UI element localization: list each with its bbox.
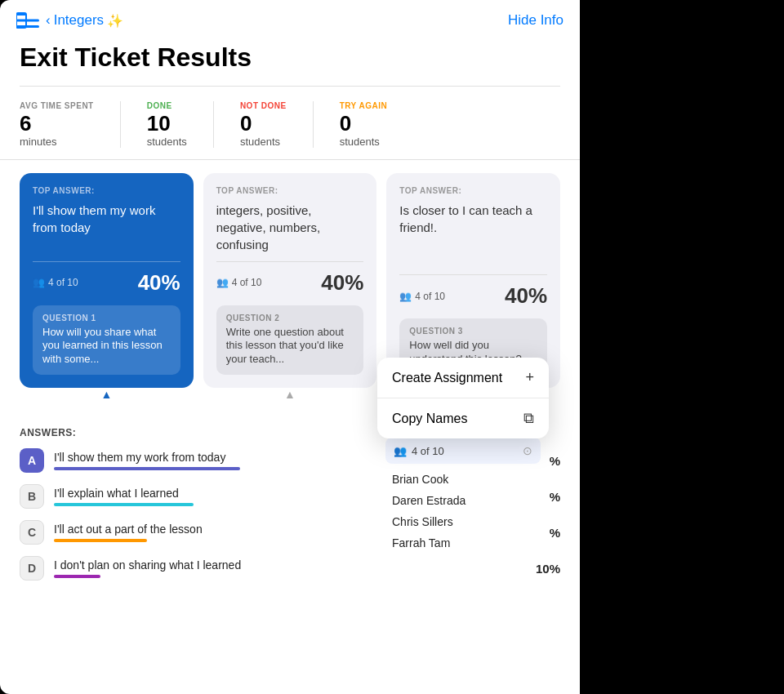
avg-time-unit: minutes (20, 136, 94, 148)
plus-icon: + (525, 369, 534, 386)
card3-answer: Is closer to I can teach a friend!. (399, 202, 547, 267)
answer-bar-c (54, 539, 147, 542)
done-unit: students (147, 136, 187, 148)
students-count-row[interactable]: 👥 4 of 10 ⊙ (385, 438, 541, 464)
question-card-2[interactable]: TOP ANSWER: integers, positive, negative… (203, 173, 377, 389)
copy-names-label: Copy Names (392, 412, 467, 426)
card3-top-label: TOP ANSWER: (399, 186, 547, 195)
students-panel: STUDENTS: 👥 4 of 10 ⊙ Brian Cook Daren E… (377, 416, 549, 563)
done-value: 10 (147, 112, 187, 136)
students-count-icon: 👥 (394, 445, 407, 457)
question-card-1[interactable]: TOP ANSWER: I'll show them my work from … (20, 173, 194, 389)
not-done-label: NOT DONE (240, 101, 287, 110)
students-icon-2: 👥 (216, 277, 229, 288)
card1-q-text: How will you share what you learned in t… (42, 326, 171, 367)
back-label: Integers (54, 12, 104, 29)
done-label: DONE (147, 101, 187, 110)
card3-divider (399, 274, 547, 275)
nav-left: ‹ Integers ✨ (16, 11, 123, 29)
stat-avg-time: AVG TIME SPENT 6 minutes (20, 101, 121, 148)
card1-question-bar: QUESTION 1 How will you share what you l… (33, 305, 180, 376)
card1-top-label: TOP ANSWER: (33, 186, 180, 195)
card2-question-bar: QUESTION 2 Write one question about this… (216, 305, 364, 376)
card2-q-text: Write one question about this lesson tha… (226, 326, 354, 367)
card1-pct: 40% (138, 270, 180, 296)
try-again-label: TRY AGAIN (340, 101, 388, 110)
card3-students: 👥 4 of 10 (399, 291, 445, 302)
create-assignment-label: Create Assignment (392, 371, 502, 385)
copy-names-button[interactable]: Copy Names ⧉ (377, 398, 549, 438)
back-button[interactable]: ‹ Integers ✨ (46, 12, 123, 29)
card3-pct: 40% (505, 283, 547, 309)
card2-top-label: TOP ANSWER: (216, 186, 364, 195)
stat-not-done: NOT DONE 0 students (240, 101, 314, 148)
popup-menu: Create Assignment + Copy Names ⧉ (377, 358, 549, 438)
try-again-unit: students (340, 136, 388, 148)
answer-bar-container-d (54, 575, 519, 578)
chevron-up-icon-1: ▲ (98, 388, 114, 398)
student-name-1: Brian Cook (377, 469, 549, 490)
page-title: Exit Ticket Results (0, 38, 580, 86)
answer-letter-a: A (20, 448, 44, 473)
students-icon-3: 👥 (399, 291, 412, 302)
not-done-unit: students (240, 136, 287, 148)
sparkle-icon: ✨ (107, 13, 123, 29)
card1-footer: 👥 4 of 10 40% (33, 270, 180, 296)
students-icon: 👥 (33, 277, 45, 288)
student-name-3: Chris Sillers (377, 511, 549, 532)
students-count-label: 👥 4 of 10 (394, 445, 444, 457)
students-count: 4 of 10 (412, 445, 444, 457)
answer-bar-a (54, 467, 240, 470)
not-done-value: 0 (240, 112, 287, 136)
card2-q-label: QUESTION 2 (226, 314, 354, 323)
card1-students: 👥 4 of 10 (33, 277, 78, 288)
card2-students: 👥 4 of 10 (216, 277, 262, 288)
card2-footer: 👥 4 of 10 40% (216, 270, 364, 296)
stat-try-again: TRY AGAIN 0 students (340, 101, 414, 148)
filter-icon: ⊙ (523, 444, 532, 457)
card3-footer: 👥 4 of 10 40% (399, 283, 547, 309)
create-assignment-button[interactable]: Create Assignment + (377, 358, 549, 398)
main-panel: ‹ Integers ✨ Hide Info Exit Ticket Resul… (0, 0, 580, 694)
answer-letter-b: B (20, 484, 44, 509)
card2-pct: 40% (321, 270, 363, 296)
sidebar-toggle-button[interactable] (16, 11, 39, 29)
stat-done: DONE 10 students (147, 101, 214, 148)
answer-pct-d: 10% (529, 562, 560, 576)
card3-q-label: QUESTION 3 (409, 327, 537, 336)
student-name-4: Farrah Tam (377, 532, 549, 554)
answer-letter-d: D (20, 556, 44, 581)
answer-bar-b (54, 503, 194, 506)
try-again-value: 0 (340, 112, 388, 136)
dark-overlay (580, 0, 784, 694)
card2-answer: integers, positive, negative, numbers, c… (216, 202, 364, 253)
chevron-left-icon: ‹ (46, 12, 51, 29)
avg-time-value: 6 (20, 112, 94, 136)
copy-icon: ⧉ (523, 410, 534, 427)
hide-info-button[interactable]: Hide Info (508, 12, 564, 29)
card1-divider (33, 261, 180, 262)
card1-q-label: QUESTION 1 (42, 314, 171, 323)
answer-bar-d (54, 575, 100, 578)
answer-letter-c: C (20, 520, 44, 545)
question-card-3[interactable]: TOP ANSWER: Is closer to I can teach a f… (386, 173, 560, 389)
chevron-up-icon-2: ▲ (282, 388, 298, 398)
stats-row: AVG TIME SPENT 6 minutes DONE 10 student… (0, 87, 580, 160)
card2-divider (216, 261, 364, 262)
student-name-2: Daren Estrada (377, 490, 549, 511)
card1-answer: I'll show them my work from today (33, 202, 180, 253)
svg-rect-1 (16, 20, 39, 22)
top-nav: ‹ Integers ✨ Hide Info (0, 0, 580, 38)
avg-time-label: AVG TIME SPENT (20, 101, 94, 110)
